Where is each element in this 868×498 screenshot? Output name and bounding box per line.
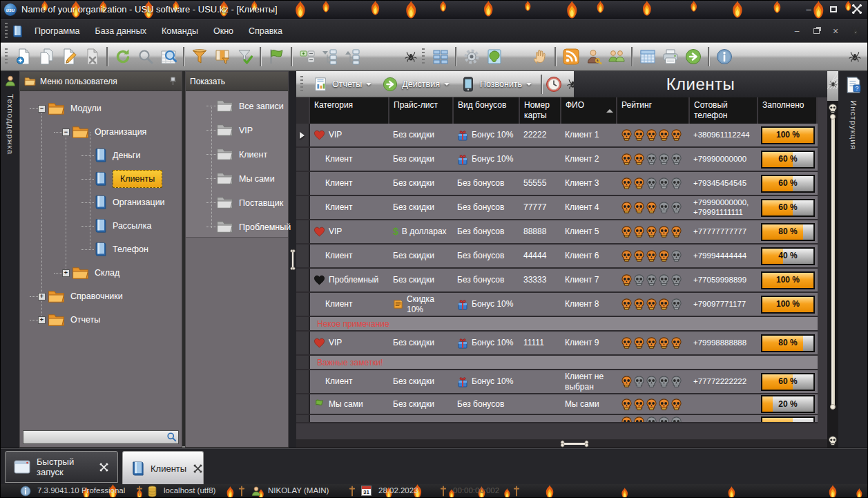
bone-vscroll-thumb[interactable] xyxy=(831,117,835,407)
table-row[interactable]: КлиентБез скидкиБонус 10%Клиент не выбра… xyxy=(296,370,818,394)
mdi-close-button[interactable]: × xyxy=(830,26,841,36)
plus-expander[interactable]: + xyxy=(38,316,46,324)
hand-button[interactable] xyxy=(528,45,551,68)
column-header-Заполнено[interactable]: Заполнено xyxy=(758,97,818,124)
close-button[interactable] xyxy=(851,3,863,15)
filter-item-Проблемный[interactable]: Проблемный xyxy=(186,215,288,239)
tree-item-Модули[interactable]: −Модули xyxy=(20,97,182,120)
menu-item-Окно[interactable]: Окно xyxy=(206,23,241,39)
table-row[interactable]: КлиентБез скидкиБез бонусов77777Клиент 4… xyxy=(296,196,818,220)
doc-new-button[interactable] xyxy=(12,45,35,68)
manual-strip[interactable]: ? Инструкция xyxy=(838,71,868,448)
column-header-Вид бонусов[interactable]: Вид бонусов xyxy=(454,97,520,124)
funnel-button[interactable] xyxy=(188,45,211,68)
tree-item-Деньги[interactable]: Деньги xyxy=(20,144,182,167)
column-header-Прайс-лист[interactable]: Прайс-лист xyxy=(389,97,454,124)
gear-button[interactable] xyxy=(460,45,483,68)
filter-item-Поставщик[interactable]: Поставщик xyxy=(186,191,288,215)
menu-item-База данных[interactable]: База данных xyxy=(88,23,154,39)
filter-item-Мы сами[interactable]: Мы сами xyxy=(186,166,288,191)
filter-item-VIP[interactable]: VIP xyxy=(186,118,288,142)
действия-button[interactable]: Действия xyxy=(377,77,455,92)
table-row[interactable]: КлиентБез скидкиБонус 10%Клиент 2+799900… xyxy=(296,148,818,172)
filter-item-Клиент[interactable]: Клиент xyxy=(186,142,288,166)
table-row[interactable]: КлиентБез скидкиБез бонусов44444Клиент 6… xyxy=(296,245,818,269)
tree-collapse-button[interactable] xyxy=(318,45,341,68)
table-row[interactable]: VIPБез скидкиБонус 10%22222Клиент 1+3809… xyxy=(296,124,818,148)
clock-icon[interactable] xyxy=(546,76,562,93)
tree-item-Отчеты[interactable]: +Отчеты xyxy=(20,308,182,332)
skull-scroll-up-icon[interactable] xyxy=(828,104,838,113)
panel-splitter[interactable] xyxy=(289,71,296,448)
funnel-check-button[interactable] xyxy=(233,45,256,68)
tree-item-Рассылка[interactable]: Рассылка xyxy=(20,214,182,238)
user-key-button[interactable] xyxy=(582,45,605,68)
tab-quick-launch[interactable]: Быстрый запуск xyxy=(5,451,118,483)
table-row[interactable]: КлиентБез скидкиБез бонусов55555Клиент 3… xyxy=(296,172,818,196)
plus-expander[interactable]: + xyxy=(38,293,46,300)
map-button[interactable] xyxy=(483,45,505,68)
clients-toolbar-grip[interactable] xyxy=(300,76,303,93)
search-button[interactable] xyxy=(134,45,157,68)
mdi-restore-button[interactable] xyxy=(811,26,822,36)
horizontal-scrollbar[interactable] xyxy=(296,439,827,448)
search-icon[interactable] xyxy=(166,432,177,442)
go-button[interactable] xyxy=(682,45,704,68)
table-row[interactable]: 60 % xyxy=(296,415,818,423)
toolbar-grip[interactable] xyxy=(422,48,425,65)
menu-item-Справка[interactable]: Справка xyxy=(241,23,290,39)
info-icon[interactable] xyxy=(20,486,31,497)
menubar-grip[interactable] xyxy=(5,23,8,39)
tree-item-Организация[interactable]: −Организация xyxy=(20,120,182,144)
minimize-button[interactable]: – xyxy=(801,3,816,15)
позвонить-button[interactable]: Позвонить xyxy=(455,77,537,92)
minus-expander[interactable]: − xyxy=(62,128,70,136)
table-button[interactable] xyxy=(636,45,659,68)
tree-expand-button[interactable] xyxy=(341,45,364,68)
maximize-button[interactable] xyxy=(826,3,841,15)
rss-button[interactable] xyxy=(559,45,582,68)
colors-button[interactable] xyxy=(505,45,528,68)
toolbar-grip[interactable] xyxy=(5,48,8,65)
table-row[interactable]: ПроблемныйБез скидкиБез бонусов33333Клие… xyxy=(296,269,818,293)
doc-copy-button[interactable] xyxy=(35,45,57,68)
bone-splitter-handle-icon[interactable] xyxy=(290,248,296,271)
info-button[interactable] xyxy=(713,45,735,68)
tree-search-input[interactable] xyxy=(23,430,179,444)
users-button[interactable] xyxy=(605,45,628,68)
column-header-Категория[interactable]: Категория xyxy=(310,97,389,124)
menu-item-Команды[interactable]: Команды xyxy=(154,23,206,39)
flag-button[interactable] xyxy=(264,45,287,68)
table-row[interactable]: КлиентСкидка 10%Бонус 10%Клиент 8+790977… xyxy=(296,293,818,317)
search-grid-button[interactable] xyxy=(157,45,180,68)
tab-clients[interactable]: Клиенты xyxy=(122,451,204,485)
tree-item-Телефон[interactable]: Телефон xyxy=(20,238,182,261)
vertical-scrollbar[interactable] xyxy=(827,71,838,448)
doc-edit-button[interactable] xyxy=(57,45,80,68)
table-row[interactable]: Мы самиБез скидкиБез бонусовМы сами20 % xyxy=(296,394,818,415)
filter-item-Все записи[interactable]: Все записи xyxy=(186,94,288,118)
tree-item-Склад[interactable]: +Склад xyxy=(20,261,182,285)
column-header-ФИО[interactable]: ФИО xyxy=(561,97,617,124)
pin-icon[interactable] xyxy=(168,77,177,86)
note-row[interactable]: Важные заметки! xyxy=(296,356,818,370)
tree-item-Клиенты[interactable]: Клиенты xyxy=(20,167,182,191)
doc-delete-button[interactable] xyxy=(80,45,103,68)
funnel-columns-button[interactable] xyxy=(211,45,233,68)
note-row[interactable]: Некое примечание xyxy=(296,317,818,332)
bone-hscroll-thumb-icon[interactable] xyxy=(559,440,590,448)
отчеты-button[interactable]: Отчеты xyxy=(307,77,377,92)
column-header-Рейтинг[interactable]: Рейтинг xyxy=(617,97,690,124)
column-header-Сотовый телефон[interactable]: Сотовый телефон xyxy=(690,97,758,124)
table-row[interactable]: VIPБез скидкиБонус 10%11111Клиент 9+7999… xyxy=(296,332,818,356)
list-expand-button[interactable] xyxy=(296,45,318,68)
plus-expander[interactable]: + xyxy=(62,269,70,277)
grid-button[interactable] xyxy=(429,45,452,68)
menu-item-Программа[interactable]: Программа xyxy=(27,23,88,39)
mdi-minimize-button[interactable]: – xyxy=(791,26,802,36)
table-row[interactable]: VIP$В долларахБез бонусов88888Клиент 5+7… xyxy=(296,220,818,245)
tree-item-Справочники[interactable]: +Справочники xyxy=(20,285,182,308)
support-strip[interactable]: Техподдержка xyxy=(1,71,19,448)
column-header-Номер карты[interactable]: Номер карты xyxy=(520,97,561,124)
printer-button[interactable] xyxy=(659,45,682,68)
